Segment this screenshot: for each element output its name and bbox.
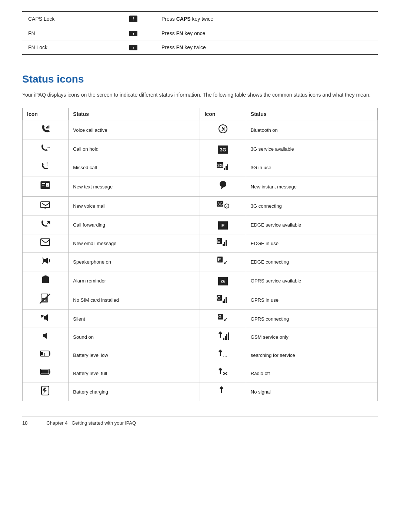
icon-cell: !: [23, 158, 69, 177]
voice-call-active-icon: [40, 127, 51, 136]
svg-rect-25: [223, 244, 224, 246]
icon-cell: [23, 364, 69, 382]
sound-on-icon: [41, 333, 50, 342]
key-icon-cell: !: [111, 11, 156, 26]
svg-rect-8: [224, 168, 225, 170]
svg-text:!: !: [46, 161, 48, 167]
new-text-message-icon: [40, 184, 51, 193]
3g-box-icon: 3G: [218, 145, 228, 154]
icon-cell: G: [200, 290, 246, 310]
svg-rect-64: [41, 370, 49, 374]
svg-rect-10: [227, 164, 228, 170]
svg-rect-59: [41, 352, 43, 355]
bluetooth-icon: [218, 126, 228, 135]
edge-connecting-status: EDGE connecting: [246, 252, 377, 271]
alarm-status: Alarm reminder: [69, 271, 200, 290]
new-instant-status: New instant message: [246, 177, 377, 197]
key-icon-cell: ⬦: [111, 40, 156, 55]
svg-text:3G: 3G: [217, 202, 223, 206]
svg-rect-17: [41, 202, 50, 208]
svg-rect-46: [224, 299, 225, 303]
3g-service-icon: 3G: [218, 144, 228, 153]
gprs-service-icon: G: [218, 276, 228, 285]
svg-rect-53: [223, 338, 224, 340]
3g-connecting-icon: 3G ⬡ ↙: [217, 202, 229, 211]
icon-cell: [23, 252, 69, 271]
fn-lock-icon: ⬦: [129, 45, 137, 50]
gsm-only-status: GSM service only: [246, 328, 377, 346]
icon-cell: [23, 234, 69, 252]
table-row: New email message E EDGE in use: [23, 234, 378, 252]
icon-cell: [23, 177, 69, 197]
col-icon-left: Icon: [23, 108, 69, 120]
battery-low-status: Battery level low: [69, 346, 200, 364]
key-icon-cell: ⬥: [111, 26, 156, 40]
table-row: ... Call on hold 3G 3G service available: [23, 140, 378, 158]
svg-text:G: G: [219, 314, 222, 319]
gprs-in-use-icon: G: [217, 296, 229, 305]
svg-rect-55: [226, 334, 227, 340]
table-row: CAPS Lock ! Press CAPS key twice: [22, 11, 378, 26]
svg-line-29: [42, 262, 44, 264]
svg-rect-9: [226, 166, 227, 170]
icon-cell: [200, 120, 246, 140]
table-row: Alarm reminder G GPRS service available: [23, 271, 378, 290]
icon-cell: [23, 120, 69, 140]
svg-rect-13: [42, 185, 44, 185]
table-row: Voice call active Bluetooth on: [23, 120, 378, 140]
battery-charging-icon: [40, 388, 51, 398]
3g-connecting-status: 3G connecting: [246, 197, 377, 215]
table-row: New voice mail 3G ⬡ ↙ 3G connecting: [23, 197, 378, 215]
svg-text:↙: ↙: [223, 316, 228, 322]
radio-off-icon: [217, 369, 229, 379]
icon-cell: [200, 364, 246, 382]
svg-rect-12: [42, 183, 45, 184]
icon-cell: !: [23, 346, 69, 364]
svg-text:3G: 3G: [217, 163, 223, 168]
svg-text:...: ...: [47, 144, 50, 149]
svg-text:↙: ↙: [223, 259, 228, 265]
table-row: FN Lock ⬦ Press FN key twice: [22, 40, 378, 55]
table-row: No SIM card installed G GPRS in use: [23, 290, 378, 310]
svg-rect-56: [228, 332, 229, 340]
table-row: Call forwarding E EDGE service available: [23, 215, 378, 234]
caps-lock-icon: !: [129, 16, 137, 22]
svg-text:↙: ↙: [224, 204, 228, 209]
gprs-in-use-status: GPRS in use: [246, 290, 377, 310]
key-label: FN: [22, 26, 111, 40]
icon-cell: E: [200, 215, 246, 234]
battery-charging-status: Battery charging: [69, 382, 200, 401]
keyboard-table: CAPS Lock ! Press CAPS key twice FN ⬥ Pr…: [22, 11, 378, 55]
icon-cell: E ↙: [200, 252, 246, 271]
alarm-icon: [41, 277, 50, 287]
new-text-status: New text message: [69, 177, 200, 197]
footer: 18 Chapter 4 Getting started with your i…: [22, 416, 378, 426]
col-icon-right: Icon: [200, 108, 246, 120]
3g-in-use-status: 3G in use: [246, 158, 377, 177]
icon-cell: ...: [23, 140, 69, 158]
battery-low-icon: !: [40, 351, 51, 360]
no-sim-status: No SIM card installed: [69, 290, 200, 310]
battery-full-status: Battery level full: [69, 364, 200, 382]
gprs-connecting-icon: G ↙: [218, 315, 228, 324]
icon-cell: [200, 328, 246, 346]
edge-service-icon: E: [218, 220, 228, 229]
voice-call-status: Voice call active: [69, 120, 200, 140]
icon-cell: [200, 177, 246, 197]
call-hold-icon: ...: [40, 145, 51, 154]
svg-text:E: E: [217, 239, 220, 244]
table-row: Silent G ↙ GPRS connecting: [23, 310, 378, 328]
chapter-text: Chapter 4 Getting started with your iPAQ: [46, 420, 136, 426]
icon-cell: [23, 197, 69, 215]
radio-off-status: Radio off: [246, 364, 377, 382]
gsm-only-icon: [217, 333, 229, 342]
svg-rect-14: [46, 183, 49, 187]
silent-icon: [40, 315, 51, 324]
section-title: Status icons: [22, 73, 378, 85]
silent-status: Silent: [69, 310, 200, 328]
key-label: FN Lock: [22, 40, 111, 55]
icon-cell: [23, 215, 69, 234]
table-row: ! Battery level low ... searching for se…: [23, 346, 378, 364]
searching-icon: ...: [217, 351, 229, 361]
key-description: Press FN key once: [156, 26, 378, 40]
